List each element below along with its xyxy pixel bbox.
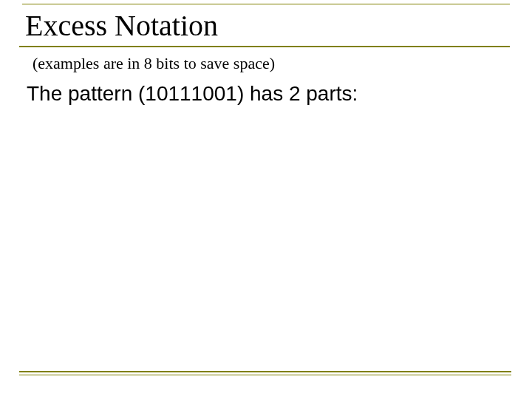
footer-rule-thick bbox=[19, 371, 511, 372]
slide-subtitle: (examples are in 8 bits to save space) bbox=[33, 54, 275, 73]
slide: Excess Notation (examples are in 8 bits … bbox=[0, 0, 532, 399]
slide-title: Excess Notation bbox=[19, 4, 507, 46]
footer-rule bbox=[19, 371, 511, 375]
slide-body-text: The pattern (10111001) has 2 parts: bbox=[27, 82, 358, 106]
title-block: Excess Notation bbox=[19, 4, 507, 47]
title-bottom-rule bbox=[19, 46, 510, 47]
footer-rule-thin bbox=[19, 375, 511, 375]
